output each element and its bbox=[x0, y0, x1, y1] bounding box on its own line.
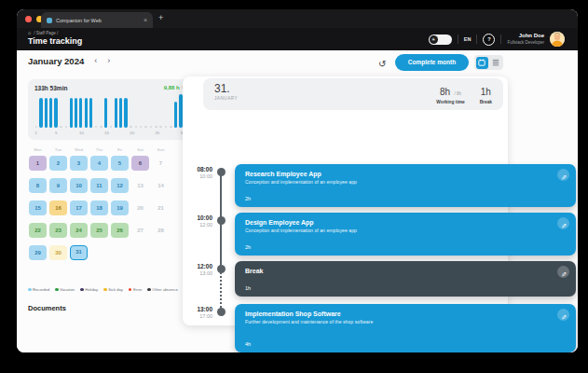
timeline-entry-3[interactable]: Break1h✎ bbox=[235, 261, 576, 297]
chart-bar bbox=[49, 98, 52, 128]
chart-empty-dot bbox=[135, 126, 137, 128]
tab-title: Companion for Web bbox=[56, 18, 140, 23]
breadcrumb-path[interactable]: / Staff Page / bbox=[34, 31, 58, 35]
chart-bar bbox=[79, 98, 82, 128]
calendar-day-19[interactable]: 19 bbox=[111, 200, 129, 215]
edit-button[interactable]: ✎ bbox=[557, 169, 569, 181]
tab-favicon-icon bbox=[47, 18, 52, 23]
calendar-day-11[interactable]: 11 bbox=[90, 178, 108, 193]
calendar-day-9[interactable]: 9 bbox=[49, 178, 67, 193]
calendar-day-6[interactable]: 6 bbox=[131, 156, 149, 171]
main-content: January 2024 ‹ › ↺ Complete month bbox=[17, 50, 578, 352]
home-icon[interactable]: ⌂ bbox=[28, 30, 31, 35]
calendar-day-20[interactable]: 20 bbox=[131, 200, 149, 215]
calendar-weekday-header: MonTueWedThuFriSatSun bbox=[29, 147, 170, 152]
calendar-grid: 1234567891011121314151617181920212223242… bbox=[29, 156, 170, 260]
calendar-day-26[interactable]: 26 bbox=[111, 223, 129, 238]
help-button[interactable]: ? bbox=[483, 34, 495, 46]
entry-description: Conception and implementation of an empl… bbox=[245, 228, 566, 233]
hours-bar-chart bbox=[34, 93, 187, 128]
calendar-view-button[interactable] bbox=[476, 57, 488, 69]
calendar-day-30[interactable]: 30 bbox=[49, 245, 67, 260]
chart-day-21 bbox=[134, 93, 137, 128]
close-window-button[interactable] bbox=[25, 16, 32, 22]
legend-dot bbox=[80, 288, 84, 292]
calendar-day-28[interactable]: 28 bbox=[152, 223, 170, 238]
calendar-day-27[interactable]: 27 bbox=[131, 223, 149, 238]
next-month-button[interactable]: › bbox=[107, 57, 110, 65]
prev-month-button[interactable]: ‹ bbox=[94, 57, 97, 65]
calendar-day-17[interactable]: 17 bbox=[70, 200, 88, 215]
calendar-day-5[interactable]: 5 bbox=[111, 156, 129, 171]
avatar[interactable] bbox=[550, 32, 565, 47]
calendar-day-7[interactable]: 7 bbox=[152, 156, 170, 171]
user-info[interactable]: John Doe Fullstack Developer bbox=[507, 33, 544, 45]
tab-close-icon[interactable]: × bbox=[144, 17, 147, 23]
chart-bar bbox=[39, 98, 42, 128]
chart-day-26 bbox=[159, 93, 162, 128]
legend-label: Holiday bbox=[85, 287, 98, 292]
chart-bar bbox=[174, 102, 177, 128]
calendar-day-14[interactable]: 14 bbox=[152, 178, 170, 193]
history-icon[interactable]: ↺ bbox=[378, 59, 386, 69]
entry-title: Design Employee App bbox=[245, 219, 566, 226]
calendar-day-3[interactable]: 3 bbox=[70, 156, 88, 171]
breadcrumb: ⌂ / Staff Page / bbox=[28, 30, 58, 35]
calendar-day-12[interactable]: 12 bbox=[111, 178, 129, 193]
language-selector[interactable]: EN bbox=[464, 36, 472, 42]
entry-description: Further development and maintenance of t… bbox=[245, 319, 566, 325]
chart-day-25 bbox=[155, 93, 157, 128]
legend-item: Other absence bbox=[147, 287, 177, 292]
calendar-day-29[interactable]: 29 bbox=[29, 245, 47, 260]
timeline-entry-2[interactable]: Design Employee AppConception and implem… bbox=[235, 213, 576, 256]
calendar-day-21[interactable]: 21 bbox=[152, 200, 170, 215]
complete-month-button[interactable]: Complete month bbox=[395, 54, 469, 71]
weekday-label: Fri bbox=[111, 147, 129, 152]
chart-bar bbox=[89, 98, 92, 128]
calendar-day-8[interactable]: 8 bbox=[29, 178, 47, 193]
legend-label: Error bbox=[133, 287, 142, 292]
timeline-entry-1[interactable]: Research Employee AppConception and impl… bbox=[235, 164, 576, 207]
legend-label: Vacation bbox=[60, 287, 75, 292]
break-label: Break bbox=[480, 100, 492, 104]
chart-bar bbox=[119, 98, 122, 128]
timeline-entry-4[interactable]: Implementation Shop SoftwareFurther deve… bbox=[235, 304, 576, 352]
weekday-label: Wed bbox=[70, 147, 88, 152]
calendar-day-24[interactable]: 24 bbox=[70, 223, 88, 238]
list-icon bbox=[492, 59, 499, 66]
legend-dot bbox=[103, 288, 107, 292]
day-number: 31. bbox=[214, 82, 230, 95]
calendar-day-13[interactable]: 13 bbox=[131, 178, 149, 193]
list-view-button[interactable] bbox=[490, 57, 502, 69]
calendar-day-10[interactable]: 10 bbox=[70, 178, 88, 193]
chart-day-14 bbox=[100, 93, 103, 128]
chart-day-8 bbox=[70, 93, 73, 128]
new-tab-button[interactable]: + bbox=[158, 13, 163, 22]
calendar-day-18[interactable]: 18 bbox=[90, 200, 108, 215]
calendar-day-15[interactable]: 15 bbox=[29, 200, 47, 215]
chart-empty-dot bbox=[150, 126, 152, 128]
calendar-day-4[interactable]: 4 bbox=[90, 156, 108, 171]
time-end: 10:00 bbox=[183, 173, 212, 181]
calendar-day-1[interactable]: 1 bbox=[29, 156, 47, 171]
time-start: 08:00 bbox=[183, 165, 212, 173]
edit-button[interactable]: ✎ bbox=[557, 309, 569, 321]
calendar-day-25[interactable]: 25 bbox=[90, 223, 108, 238]
working-time-target: / 8h bbox=[455, 91, 462, 96]
calendar-day-16[interactable]: 16 bbox=[49, 200, 67, 215]
browser-tab[interactable]: Companion for Web × bbox=[41, 12, 153, 28]
calendar-day-31[interactable]: 31 bbox=[70, 245, 88, 260]
chart-day-3 bbox=[45, 93, 48, 128]
edit-button[interactable]: ✎ bbox=[557, 217, 569, 229]
calendar-day-22[interactable]: 22 bbox=[29, 223, 47, 238]
chart-tick-10: 10 bbox=[79, 131, 84, 135]
sun-icon: ☀ bbox=[430, 35, 438, 44]
edit-button[interactable]: ✎ bbox=[557, 266, 569, 278]
calendar-day-23[interactable]: 23 bbox=[49, 223, 67, 238]
browser-window: Companion for Web × + ⌂ / Staff Page / T… bbox=[17, 9, 578, 352]
view-toggle-group bbox=[474, 55, 503, 70]
calendar-day-2[interactable]: 2 bbox=[49, 156, 67, 171]
timeline-time-2: 10:0012:00 bbox=[183, 214, 212, 229]
time-end: 13:00 bbox=[183, 270, 212, 278]
theme-toggle[interactable]: ☀ bbox=[429, 35, 452, 45]
